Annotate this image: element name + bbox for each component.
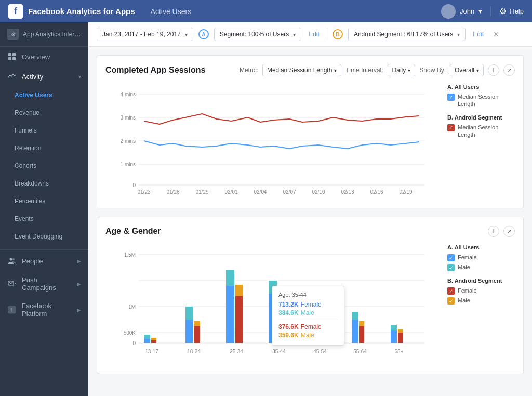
legend-group-a-age: A. All Users ✓ Female ✓ — [447, 244, 515, 271]
cohorts-label: Cohorts — [15, 162, 36, 169]
active-users-label: Active Users — [15, 91, 52, 99]
legend-female-b-label: Female — [458, 287, 477, 294]
svg-text:02/16: 02/16 — [370, 189, 383, 195]
sidebar-item-cohorts[interactable]: Cohorts — [0, 157, 88, 175]
segment-b-desc: Android Segment : 68.17% of Users — [354, 31, 453, 38]
app-name: App Analytics Interna... — [23, 31, 81, 38]
show-by-value: Overall — [455, 67, 474, 74]
legend-male-a-label: Male — [458, 263, 470, 271]
svg-text:25-34: 25-34 — [230, 349, 243, 354]
segment-a-circle: A — [198, 29, 209, 39]
filter-divider — [327, 28, 327, 41]
help-label: Help — [510, 7, 524, 15]
svg-rect-45 — [185, 320, 193, 343]
date-range-filter[interactable]: Jan 23, 2017 - Feb 19, 2017 ▾ — [97, 28, 193, 41]
svg-rect-42 — [151, 340, 156, 343]
svg-text:02/07: 02/07 — [283, 189, 296, 195]
date-range-chevron-icon: ▾ — [185, 32, 188, 37]
svg-point-6 — [12, 258, 15, 260]
svg-text:02/10: 02/10 — [312, 189, 325, 195]
age-gender-share-icon[interactable]: ↗ — [503, 226, 515, 237]
svg-text:02/19: 02/19 — [399, 189, 412, 195]
check-male-b-icon: ✓ — [449, 298, 453, 304]
svg-rect-1 — [8, 53, 11, 56]
events-label: Events — [15, 215, 34, 222]
sidebar-item-overview[interactable]: Overview — [0, 47, 88, 67]
metric-label: Metric: — [240, 67, 258, 74]
facebook-platform-label: Facebook Platform — [22, 302, 72, 318]
sidebar-app-item[interactable]: ⚙ App Analytics Interna... — [0, 22, 88, 47]
time-interval-value: Daily — [392, 67, 406, 74]
top-nav-left: f Facebook Analytics for Apps Active Use… — [8, 4, 191, 19]
svg-text:02/04: 02/04 — [254, 189, 267, 195]
page-title: Active Users — [151, 7, 192, 16]
svg-text:01/23: 01/23 — [137, 189, 150, 195]
sidebar-item-active-users[interactable]: Active Users — [0, 86, 88, 104]
legend-group-a-title: A. All Users — [447, 84, 515, 90]
show-by-select[interactable]: Overall ▾ — [450, 64, 484, 76]
svg-text:02/13: 02/13 — [341, 189, 354, 195]
edit-b-button[interactable]: Edit — [471, 31, 486, 38]
svg-point-0 — [446, 7, 451, 12]
sidebar-item-events[interactable]: Events — [0, 210, 88, 228]
tooltip-row-female-a: 713.2K Female — [278, 301, 338, 308]
segment-a-chevron-icon: ▾ — [293, 32, 296, 37]
tooltip-male-a-label: Male — [301, 309, 314, 316]
sidebar-item-revenue[interactable]: Revenue — [0, 104, 88, 122]
sessions-info-icon[interactable]: i — [488, 64, 499, 76]
user-menu[interactable]: John ▾ — [441, 4, 482, 19]
svg-rect-53 — [235, 285, 243, 296]
age-gender-chart-container: Age: 35-44 713.2K Female 384.6K Male — [105, 244, 515, 365]
legend-item-female-a: ✓ Female — [447, 254, 515, 261]
svg-text:500K: 500K — [124, 330, 136, 336]
legend-female-a-label: Female — [458, 254, 477, 261]
svg-line-8 — [15, 283, 16, 284]
legend-group-b-title: B. Android Segment — [447, 114, 515, 121]
tooltip-male-a-val: 384.6K — [278, 309, 299, 316]
legend-checkbox-male-b: ✓ — [447, 297, 455, 305]
age-gender-legend: A. All Users ✓ Female ✓ — [447, 244, 515, 365]
sidebar-item-breakdowns[interactable]: Breakdowns — [0, 175, 88, 192]
tooltip-female-b-label: Female — [301, 323, 322, 331]
sessions-share-icon[interactable]: ↗ — [503, 64, 515, 76]
sidebar-item-funnels[interactable]: Funnels — [0, 122, 88, 139]
tooltip-male-b-label: Male — [301, 332, 314, 339]
svg-rect-67 — [359, 326, 364, 343]
sidebar-item-people[interactable]: People ▶ — [0, 249, 88, 271]
content-area: Jan 23, 2017 - Feb 19, 2017 ▾ A Segment:… — [88, 22, 532, 396]
close-segment-b-button[interactable]: ✕ — [493, 30, 499, 38]
activity-label: Activity — [22, 73, 43, 81]
sidebar-item-activity[interactable]: Activity ▾ — [0, 67, 88, 86]
svg-rect-51 — [226, 270, 234, 286]
legend-item-b-sessions: ✓ Median Session Length — [447, 124, 515, 139]
legend-checkbox-blue: ✓ — [447, 94, 455, 101]
sidebar-item-push-campaigns[interactable]: Push Campaigns ▶ — [0, 271, 88, 297]
retention-label: Retention — [15, 144, 41, 152]
svg-rect-73 — [398, 329, 403, 333]
metric-value: Median Session Length — [267, 67, 332, 74]
activity-icon — [7, 72, 17, 81]
sidebar-item-percentiles[interactable]: Percentiles — [0, 192, 88, 210]
sidebar-item-event-debugging[interactable]: Event Debugging — [0, 228, 88, 245]
segment-b-filter[interactable]: Android Segment : 68.17% of Users ▾ — [348, 28, 466, 41]
filter-bar: Jan 23, 2017 - Feb 19, 2017 ▾ A Segment:… — [88, 22, 532, 47]
people-label: People — [22, 257, 43, 265]
overview-label: Overview — [22, 53, 50, 61]
help-button[interactable]: ⚙ Help — [490, 6, 524, 16]
sidebar-item-retention[interactable]: Retention — [0, 139, 88, 157]
metric-select[interactable]: Median Session Length ▾ — [262, 64, 341, 76]
svg-text:01/29: 01/29 — [195, 189, 208, 195]
svg-text:45-54: 45-54 — [313, 349, 327, 354]
legend-group-b-sessions: B. Android Segment ✓ Median Session Leng… — [447, 114, 515, 139]
segment-a-filter[interactable]: Segment: 100% of Users ▾ — [214, 28, 301, 41]
charts-area: Completed App Sessions Metric: Median Se… — [88, 47, 532, 396]
svg-text:02/01: 02/01 — [224, 189, 237, 195]
edit-a-button[interactable]: Edit — [307, 31, 322, 38]
age-gender-info-icon[interactable]: i — [488, 226, 499, 237]
sessions-card-title: Completed App Sessions — [105, 65, 205, 75]
svg-rect-4 — [12, 57, 16, 60]
check-female-b-icon: ✓ — [449, 288, 453, 294]
legend-item-male-a: ✓ Male — [447, 263, 515, 271]
sidebar-item-facebook-platform[interactable]: f Facebook Platform ▶ — [0, 297, 88, 323]
time-interval-select[interactable]: Daily ▾ — [388, 64, 416, 76]
